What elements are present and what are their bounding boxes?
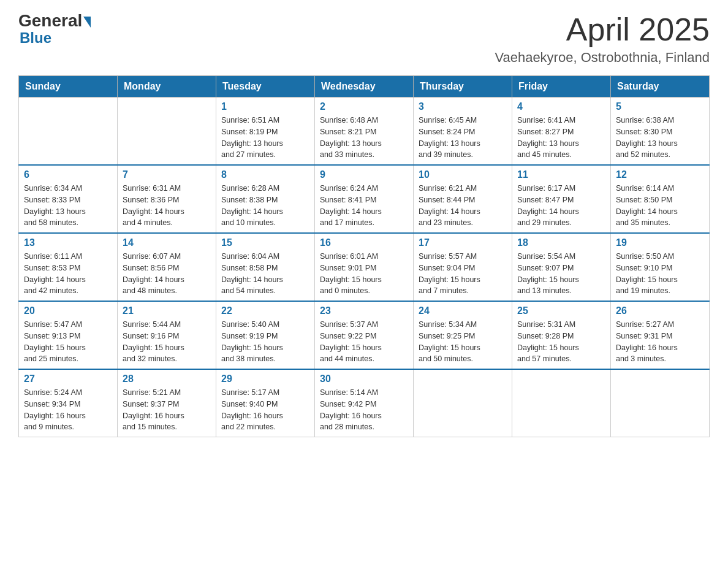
- day-number: 13: [24, 237, 112, 248]
- calendar-cell-w4-d4: 24Sunrise: 5:34 AMSunset: 9:25 PMDayligh…: [414, 301, 512, 369]
- day-number: 25: [517, 305, 605, 316]
- col-thursday: Thursday: [414, 76, 512, 98]
- calendar-week-4: 20Sunrise: 5:47 AMSunset: 9:13 PMDayligh…: [19, 301, 710, 369]
- day-info: Sunrise: 6:34 AMSunset: 8:33 PMDaylight:…: [24, 183, 112, 229]
- day-number: 29: [221, 373, 309, 385]
- calendar-cell-w3-d4: 17Sunrise: 5:57 AMSunset: 9:04 PMDayligh…: [414, 233, 512, 301]
- calendar-week-2: 6Sunrise: 6:34 AMSunset: 8:33 PMDaylight…: [19, 165, 710, 233]
- day-info: Sunrise: 6:24 AMSunset: 8:41 PMDaylight:…: [320, 183, 408, 229]
- calendar-cell-w5-d4: [414, 369, 512, 437]
- day-number: 10: [419, 169, 507, 180]
- col-wednesday: Wednesday: [315, 76, 414, 98]
- month-title: April 2025: [495, 12, 710, 47]
- day-info: Sunrise: 6:28 AMSunset: 8:38 PMDaylight:…: [221, 183, 309, 229]
- day-info: Sunrise: 5:24 AMSunset: 9:34 PMDaylight:…: [24, 387, 112, 433]
- day-number: 22: [221, 305, 309, 316]
- calendar-cell-w3-d0: 13Sunrise: 6:11 AMSunset: 8:53 PMDayligh…: [19, 233, 118, 301]
- day-info: Sunrise: 5:57 AMSunset: 9:04 PMDaylight:…: [419, 251, 507, 297]
- calendar-cell-w5-d2: 29Sunrise: 5:17 AMSunset: 9:40 PMDayligh…: [216, 369, 315, 437]
- day-number: 2: [320, 101, 408, 112]
- day-info: Sunrise: 5:14 AMSunset: 9:42 PMDaylight:…: [320, 387, 408, 433]
- calendar-cell-w3-d1: 14Sunrise: 6:07 AMSunset: 8:56 PMDayligh…: [118, 233, 216, 301]
- day-info: Sunrise: 6:51 AMSunset: 8:19 PMDaylight:…: [221, 115, 309, 161]
- logo-arrow-icon: [83, 17, 91, 28]
- calendar-cell-w5-d0: 27Sunrise: 5:24 AMSunset: 9:34 PMDayligh…: [19, 369, 118, 437]
- calendar-cell-w2-d1: 7Sunrise: 6:31 AMSunset: 8:36 PMDaylight…: [118, 165, 216, 233]
- day-number: 17: [419, 237, 507, 248]
- day-info: Sunrise: 6:31 AMSunset: 8:36 PMDaylight:…: [123, 183, 211, 229]
- day-info: Sunrise: 5:17 AMSunset: 9:40 PMDaylight:…: [221, 387, 309, 433]
- day-info: Sunrise: 6:01 AMSunset: 9:01 PMDaylight:…: [320, 251, 408, 297]
- day-number: 23: [320, 305, 408, 316]
- day-info: Sunrise: 6:45 AMSunset: 8:24 PMDaylight:…: [419, 115, 507, 161]
- calendar-cell-w2-d5: 11Sunrise: 6:17 AMSunset: 8:47 PMDayligh…: [512, 165, 611, 233]
- day-number: 3: [419, 101, 507, 112]
- day-number: 27: [24, 373, 112, 385]
- day-number: 6: [24, 169, 112, 180]
- calendar-cell-w3-d6: 19Sunrise: 5:50 AMSunset: 9:10 PMDayligh…: [611, 233, 710, 301]
- logo-general-text: General: [18, 12, 82, 29]
- calendar-week-1: 1Sunrise: 6:51 AMSunset: 8:19 PMDaylight…: [19, 98, 710, 166]
- col-saturday: Saturday: [611, 76, 710, 98]
- day-info: Sunrise: 5:34 AMSunset: 9:25 PMDaylight:…: [419, 319, 507, 365]
- day-number: 28: [123, 373, 211, 385]
- calendar-cell-w4-d3: 23Sunrise: 5:37 AMSunset: 9:22 PMDayligh…: [315, 301, 414, 369]
- day-number: 15: [221, 237, 309, 248]
- day-info: Sunrise: 5:47 AMSunset: 9:13 PMDaylight:…: [24, 319, 112, 365]
- day-number: 30: [320, 373, 408, 385]
- day-info: Sunrise: 6:07 AMSunset: 8:56 PMDaylight:…: [123, 251, 211, 297]
- day-number: 18: [517, 237, 605, 248]
- calendar-cell-w2-d3: 9Sunrise: 6:24 AMSunset: 8:41 PMDaylight…: [315, 165, 414, 233]
- calendar-cell-w4-d6: 26Sunrise: 5:27 AMSunset: 9:31 PMDayligh…: [611, 301, 710, 369]
- calendar-cell-w5-d5: [512, 369, 611, 437]
- logo: General Blue: [18, 12, 91, 47]
- day-info: Sunrise: 5:31 AMSunset: 9:28 PMDaylight:…: [517, 319, 605, 365]
- calendar-cell-w1-d5: 4Sunrise: 6:41 AMSunset: 8:27 PMDaylight…: [512, 98, 611, 166]
- title-block: April 2025 Vaehaekyroe, Ostrobothnia, Fi…: [495, 12, 710, 66]
- day-info: Sunrise: 6:14 AMSunset: 8:50 PMDaylight:…: [616, 183, 704, 229]
- calendar-cell-w3-d3: 16Sunrise: 6:01 AMSunset: 9:01 PMDayligh…: [315, 233, 414, 301]
- col-monday: Monday: [118, 76, 216, 98]
- day-number: 8: [221, 169, 309, 180]
- day-info: Sunrise: 6:21 AMSunset: 8:44 PMDaylight:…: [419, 183, 507, 229]
- day-number: 4: [517, 101, 605, 112]
- calendar-cell-w1-d6: 5Sunrise: 6:38 AMSunset: 8:30 PMDaylight…: [611, 98, 710, 166]
- calendar-cell-w4-d2: 22Sunrise: 5:40 AMSunset: 9:19 PMDayligh…: [216, 301, 315, 369]
- calendar-cell-w2-d4: 10Sunrise: 6:21 AMSunset: 8:44 PMDayligh…: [414, 165, 512, 233]
- calendar-cell-w5-d1: 28Sunrise: 5:21 AMSunset: 9:37 PMDayligh…: [118, 369, 216, 437]
- day-info: Sunrise: 5:50 AMSunset: 9:10 PMDaylight:…: [616, 251, 704, 297]
- col-friday: Friday: [512, 76, 611, 98]
- calendar-cell-w1-d4: 3Sunrise: 6:45 AMSunset: 8:24 PMDaylight…: [414, 98, 512, 166]
- day-number: 24: [419, 305, 507, 316]
- day-info: Sunrise: 6:41 AMSunset: 8:27 PMDaylight:…: [517, 115, 605, 161]
- calendar-cell-w2-d6: 12Sunrise: 6:14 AMSunset: 8:50 PMDayligh…: [611, 165, 710, 233]
- calendar-table: Sunday Monday Tuesday Wednesday Thursday…: [18, 75, 710, 437]
- calendar-cell-w5-d3: 30Sunrise: 5:14 AMSunset: 9:42 PMDayligh…: [315, 369, 414, 437]
- day-number: 14: [123, 237, 211, 248]
- calendar-cell-w3-d5: 18Sunrise: 5:54 AMSunset: 9:07 PMDayligh…: [512, 233, 611, 301]
- day-info: Sunrise: 6:11 AMSunset: 8:53 PMDaylight:…: [24, 251, 112, 297]
- day-number: 19: [616, 237, 704, 248]
- day-info: Sunrise: 5:21 AMSunset: 9:37 PMDaylight:…: [123, 387, 211, 433]
- calendar-week-3: 13Sunrise: 6:11 AMSunset: 8:53 PMDayligh…: [19, 233, 710, 301]
- day-number: 12: [616, 169, 704, 180]
- col-sunday: Sunday: [19, 76, 118, 98]
- logo-blue-text: Blue: [18, 29, 51, 46]
- calendar-cell-w1-d1: [118, 98, 216, 166]
- day-number: 26: [616, 305, 704, 316]
- page-header: General Blue April 2025 Vaehaekyroe, Ost…: [18, 12, 710, 66]
- calendar-cell-w4-d5: 25Sunrise: 5:31 AMSunset: 9:28 PMDayligh…: [512, 301, 611, 369]
- calendar-week-5: 27Sunrise: 5:24 AMSunset: 9:34 PMDayligh…: [19, 369, 710, 437]
- day-number: 20: [24, 305, 112, 316]
- col-tuesday: Tuesday: [216, 76, 315, 98]
- day-info: Sunrise: 5:44 AMSunset: 9:16 PMDaylight:…: [123, 319, 211, 365]
- calendar-cell-w1-d3: 2Sunrise: 6:48 AMSunset: 8:21 PMDaylight…: [315, 98, 414, 166]
- day-number: 16: [320, 237, 408, 248]
- day-info: Sunrise: 5:37 AMSunset: 9:22 PMDaylight:…: [320, 319, 408, 365]
- day-number: 7: [123, 169, 211, 180]
- day-number: 21: [123, 305, 211, 316]
- day-info: Sunrise: 6:04 AMSunset: 8:58 PMDaylight:…: [221, 251, 309, 297]
- day-info: Sunrise: 5:40 AMSunset: 9:19 PMDaylight:…: [221, 319, 309, 365]
- calendar-cell-w4-d1: 21Sunrise: 5:44 AMSunset: 9:16 PMDayligh…: [118, 301, 216, 369]
- day-info: Sunrise: 6:48 AMSunset: 8:21 PMDaylight:…: [320, 115, 408, 161]
